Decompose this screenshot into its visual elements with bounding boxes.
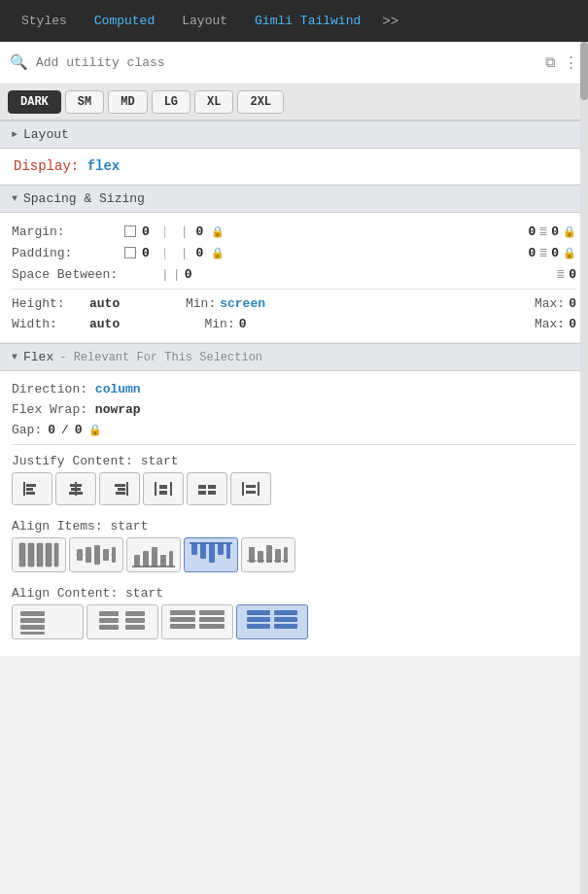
svg-rect-20 bbox=[242, 482, 244, 496]
search-input[interactable] bbox=[36, 55, 545, 70]
svg-rect-55 bbox=[20, 625, 45, 630]
margin-val2[interactable]: 0 bbox=[195, 224, 203, 239]
justify-around-btn[interactable] bbox=[187, 472, 227, 505]
svg-rect-18 bbox=[198, 491, 206, 495]
direction-value[interactable]: column bbox=[95, 382, 141, 396]
tab-layout[interactable]: Layout bbox=[168, 0, 241, 42]
justify-end-btn[interactable] bbox=[99, 472, 140, 505]
scrollbar-track bbox=[580, 42, 588, 894]
scrollbar-thumb[interactable] bbox=[580, 42, 588, 100]
align-content-btn3[interactable] bbox=[161, 604, 233, 639]
sb-val1[interactable]: 0 bbox=[185, 267, 192, 282]
height-max-value[interactable]: 0 bbox=[569, 296, 576, 311]
flex-props-area: Direction: column Flex Wrap: nowrap Gap:… bbox=[0, 371, 588, 657]
search-icon: 🔍 bbox=[10, 53, 28, 72]
bp-sm[interactable]: SM bbox=[65, 90, 104, 114]
width-max-value[interactable]: 0 bbox=[569, 317, 576, 331]
svg-rect-73 bbox=[274, 617, 297, 622]
flex-wrap-row: Flex Wrap: nowrap bbox=[12, 399, 576, 420]
margin-val1[interactable]: 0 bbox=[142, 224, 150, 239]
search-bar: 🔍 ⧉ ⋮ bbox=[0, 42, 588, 85]
align-content-btn2[interactable] bbox=[86, 604, 158, 639]
space-between-row: Space Between: | | 0 ≣ 0 bbox=[12, 263, 576, 285]
align-content-btn1[interactable] bbox=[12, 604, 84, 639]
svg-rect-56 bbox=[20, 632, 45, 635]
justify-content-value[interactable]: start bbox=[141, 454, 179, 468]
gap-val2[interactable]: 0 bbox=[75, 423, 83, 437]
padding-val4[interactable]: 0 bbox=[551, 246, 559, 260]
height-min-value[interactable]: screen bbox=[220, 296, 265, 311]
sb-val2[interactable]: 0 bbox=[569, 267, 576, 282]
svg-rect-43 bbox=[209, 543, 215, 563]
margin-val4[interactable]: 0 bbox=[551, 224, 559, 239]
justify-center-btn[interactable] bbox=[55, 472, 96, 505]
more-tabs-button[interactable]: >> bbox=[374, 14, 406, 29]
margin-val3[interactable]: 0 bbox=[529, 224, 536, 239]
svg-rect-37 bbox=[152, 547, 157, 567]
flex-wrap-value[interactable]: nowrap bbox=[95, 402, 141, 417]
align-content-btn4[interactable] bbox=[236, 604, 308, 639]
svg-rect-74 bbox=[274, 624, 297, 629]
padding-lock2[interactable]: 🔒 bbox=[563, 247, 576, 259]
menu-icon[interactable]: ⋮ bbox=[564, 53, 578, 72]
margin-lock1[interactable]: 🔒 bbox=[211, 225, 225, 238]
padding-lock1[interactable]: 🔒 bbox=[211, 247, 225, 259]
svg-rect-26 bbox=[37, 543, 43, 567]
align-stretch-btn[interactable] bbox=[12, 537, 66, 572]
justify-evenly-btn[interactable] bbox=[230, 472, 271, 505]
copy-icon[interactable]: ⧉ bbox=[545, 54, 556, 72]
justify-between-btn[interactable] bbox=[143, 472, 184, 505]
svg-rect-57 bbox=[99, 611, 119, 616]
width-value[interactable]: auto bbox=[89, 317, 148, 331]
spacing-section-header[interactable]: ▼ Spacing & Sizing bbox=[0, 185, 588, 213]
gap-val1[interactable]: 0 bbox=[48, 423, 55, 437]
bp-lg[interactable]: LG bbox=[152, 90, 190, 114]
svg-rect-62 bbox=[125, 625, 145, 630]
align-baseline-btn[interactable] bbox=[241, 537, 295, 572]
tab-computed[interactable]: Computed bbox=[81, 0, 168, 42]
padding-val2[interactable]: 0 bbox=[195, 246, 203, 260]
bp-md[interactable]: MD bbox=[108, 90, 147, 114]
justify-content-icons bbox=[12, 472, 576, 505]
height-value[interactable]: auto bbox=[89, 296, 148, 311]
align-center-btn[interactable] bbox=[69, 537, 123, 572]
width-min-value[interactable]: 0 bbox=[239, 317, 247, 331]
gap-slash: / bbox=[61, 423, 69, 437]
height-row: Height: auto Min: screen Max: 0 bbox=[12, 293, 576, 314]
gap-lock[interactable]: 🔒 bbox=[88, 424, 102, 436]
svg-rect-35 bbox=[134, 555, 140, 567]
svg-rect-58 bbox=[99, 618, 119, 623]
svg-rect-36 bbox=[143, 551, 149, 567]
padding-val1[interactable]: 0 bbox=[142, 246, 150, 260]
svg-rect-2 bbox=[26, 488, 33, 491]
svg-rect-59 bbox=[99, 625, 119, 630]
spacing-props: Margin: 0 | | 0 🔒 0 ≣ 0 🔒 Padding: 0 | |… bbox=[0, 213, 588, 343]
align-items-value[interactable]: start bbox=[110, 519, 148, 533]
divider2 bbox=[12, 444, 576, 445]
padding-val3[interactable]: 0 bbox=[529, 246, 536, 260]
justify-start-btn[interactable] bbox=[12, 472, 52, 505]
flex-section-header[interactable]: ▼ Flex - Relevant For This Selection bbox=[0, 343, 588, 371]
svg-rect-11 bbox=[116, 492, 125, 495]
spacing-section-label: Spacing & Sizing bbox=[23, 191, 145, 206]
breakpoint-tabs: DARK SM MD LG XL 2XL bbox=[0, 85, 588, 120]
tab-styles[interactable]: Styles bbox=[8, 0, 81, 42]
flex-collapse-triangle: ▼ bbox=[12, 352, 17, 362]
justify-content-row: Justify Content: start bbox=[12, 449, 576, 514]
align-content-value[interactable]: start bbox=[125, 586, 163, 601]
align-end-btn[interactable] bbox=[126, 537, 181, 572]
margin-lock2[interactable]: 🔒 bbox=[563, 225, 576, 238]
layout-section-header[interactable]: ► Layout bbox=[0, 120, 588, 149]
padding-box1[interactable] bbox=[124, 247, 136, 258]
svg-rect-39 bbox=[169, 551, 173, 567]
align-active-btn[interactable] bbox=[184, 537, 238, 572]
width-min-label: Min: bbox=[204, 317, 234, 331]
bp-xl[interactable]: XL bbox=[194, 90, 233, 114]
margin-box1[interactable] bbox=[124, 225, 136, 237]
bp-dark[interactable]: DARK bbox=[8, 90, 61, 114]
tab-gimli-tailwind[interactable]: Gimli Tailwind bbox=[241, 0, 374, 42]
bp-2xl[interactable]: 2XL bbox=[237, 90, 284, 114]
display-value[interactable]: flex bbox=[87, 158, 121, 174]
gap-label: Gap: bbox=[12, 423, 42, 437]
svg-rect-13 bbox=[170, 482, 172, 496]
